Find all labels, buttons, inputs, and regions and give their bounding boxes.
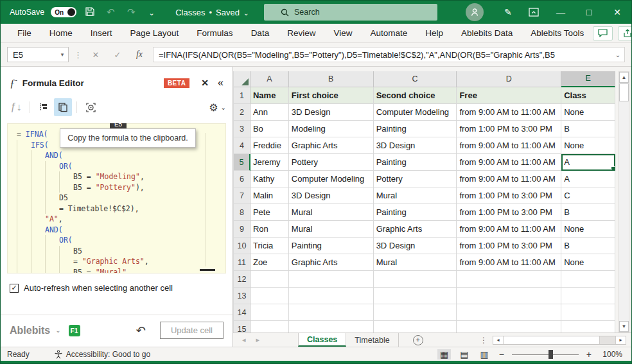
cell-A3[interactable]: Bo: [250, 121, 289, 137]
insert-function-icon[interactable]: fx: [131, 49, 148, 60]
cell-A13[interactable]: [250, 288, 289, 304]
select-all-corner[interactable]: [234, 71, 250, 87]
cell-E4[interactable]: None: [561, 137, 615, 154]
cell-B5[interactable]: Pottery: [289, 154, 374, 171]
editing-pen-icon[interactable]: ✎: [495, 1, 521, 24]
cell-D2[interactable]: from 9:00 AM to 11:00 AM: [457, 104, 561, 121]
ribbon-tab-file[interactable]: File: [8, 24, 40, 43]
zoom-in-icon[interactable]: +: [585, 349, 593, 360]
cell-A9[interactable]: Ron: [250, 221, 289, 238]
cell-C13[interactable]: [374, 288, 457, 304]
cell-E3[interactable]: B: [561, 121, 615, 137]
cell-E6[interactable]: A: [561, 171, 615, 187]
row-header-12[interactable]: 12: [234, 271, 250, 288]
next-sheet-icon[interactable]: ▸: [256, 336, 260, 344]
page-break-view-icon[interactable]: ▥: [477, 349, 491, 360]
formula-input[interactable]: [154, 50, 611, 60]
cell-B1[interactable]: First choice: [289, 87, 374, 104]
row-header-14[interactable]: 14: [234, 304, 250, 321]
ribbon-tab-ablebits-data[interactable]: Ablebits Data: [452, 24, 522, 43]
cell-A4[interactable]: Freddie: [250, 137, 289, 154]
cell-B14[interactable]: [289, 304, 374, 321]
update-cell-button[interactable]: Update cell: [160, 322, 224, 339]
undo-changes-icon[interactable]: ↶: [136, 324, 146, 338]
cell-A6[interactable]: Kathy: [250, 171, 289, 187]
cell-E13[interactable]: [561, 288, 615, 304]
row-header-11[interactable]: 11: [234, 254, 250, 271]
row-header-8[interactable]: 8: [234, 204, 250, 221]
cell-A10[interactable]: Tricia: [250, 238, 289, 254]
chevron-down-icon[interactable]: ⌄: [55, 327, 60, 334]
auto-refresh-checkbox-row[interactable]: ✓ Auto-refresh when selecting another ce…: [10, 283, 224, 293]
close-pane-icon[interactable]: ✕: [201, 78, 209, 88]
name-box[interactable]: ▾: [7, 47, 69, 62]
cell-E7[interactable]: C: [561, 187, 615, 204]
cell-D5[interactable]: from 9:00 AM to 11:00 AM: [457, 154, 561, 171]
sheet-tab-timetable[interactable]: Timetable: [346, 333, 398, 347]
name-box-input[interactable]: [8, 50, 57, 60]
cell-D3[interactable]: from 1:00 PM to 3:00 PM: [457, 121, 561, 137]
cell-C14[interactable]: [374, 304, 457, 321]
sheet-tab-classes[interactable]: Classes: [298, 333, 346, 347]
cell-D7[interactable]: from 1:00 PM to 3:00 PM: [457, 187, 561, 204]
confirm-entry-icon[interactable]: ✓: [109, 50, 126, 60]
cell-C10[interactable]: 3D Design: [374, 238, 457, 254]
ribbon-tab-formulas[interactable]: Formulas: [188, 24, 241, 43]
minimize-button[interactable]: —: [547, 1, 575, 24]
formula-input-field[interactable]: ⌄: [153, 47, 625, 62]
cell-B8[interactable]: Mural: [289, 204, 374, 221]
autosave-toggle[interactable]: On: [51, 7, 76, 17]
cell-C3[interactable]: Painting: [374, 121, 457, 137]
row-header-10[interactable]: 10: [234, 238, 250, 254]
cell-E5[interactable]: A: [561, 154, 615, 171]
cell-D14[interactable]: [457, 304, 561, 321]
cell-B4[interactable]: Graphic Arts: [289, 137, 374, 154]
expand-formula-bar-icon[interactable]: ⌄: [611, 51, 624, 58]
scroll-left-icon[interactable]: ◂: [493, 336, 504, 344]
name-box-dropdown-icon[interactable]: ▾: [57, 51, 68, 58]
ablebits-brand[interactable]: Ablebits: [10, 325, 50, 336]
vertical-scrollbar[interactable]: ▲ ▼: [619, 71, 629, 333]
cell-B2[interactable]: 3D Design: [289, 104, 374, 121]
scroll-down-icon[interactable]: ▼: [619, 321, 629, 332]
cell-A7[interactable]: Malin: [250, 187, 289, 204]
collapse-pane-icon[interactable]: «: [218, 77, 224, 89]
vscroll-thumb[interactable]: [619, 83, 629, 101]
cell-E10[interactable]: B: [561, 238, 615, 254]
column-header-D[interactable]: D: [457, 71, 561, 87]
avatar[interactable]: [466, 3, 484, 21]
checkbox-checked-icon[interactable]: ✓: [10, 284, 19, 293]
close-button[interactable]: ✕: [603, 1, 631, 24]
cell-E15[interactable]: [561, 321, 615, 333]
cell-D6[interactable]: from 9:00 AM to 11:00 AM: [457, 171, 561, 187]
ribbon-tab-insert[interactable]: Insert: [82, 24, 121, 43]
save-icon[interactable]: [83, 6, 97, 19]
cell-D9[interactable]: from 9:00 AM to 11:00 AM: [457, 221, 561, 238]
normal-view-icon[interactable]: ▦: [437, 349, 451, 360]
cell-C8[interactable]: Painting: [374, 204, 457, 221]
row-header-7[interactable]: 7: [234, 187, 250, 204]
cell-E1[interactable]: Class: [561, 87, 615, 104]
maximize-button[interactable]: □: [575, 1, 603, 24]
zoom-level[interactable]: 100%: [599, 350, 622, 359]
zoom-out-icon[interactable]: −: [498, 349, 505, 360]
add-sheet-icon[interactable]: +: [413, 335, 423, 345]
row-header-5[interactable]: 5: [234, 154, 250, 171]
column-header-A[interactable]: A: [250, 71, 289, 87]
cell-B11[interactable]: Graphic Arts: [289, 254, 374, 271]
accessibility-status[interactable]: Accessibility: Good to go: [54, 350, 150, 359]
ribbon-tab-automate[interactable]: Automate: [361, 24, 416, 43]
settings-gear-button[interactable]: ⚙ ⌄: [209, 101, 226, 114]
scroll-right-icon[interactable]: ▸: [615, 336, 626, 344]
column-header-E[interactable]: E: [561, 71, 615, 87]
document-title[interactable]: Classes • Saved ⌄: [175, 8, 249, 17]
cell-C5[interactable]: Painting: [374, 154, 457, 171]
ribbon-tab-ablebits-tools[interactable]: Ablebits Tools: [522, 24, 593, 43]
ribbon-tab-help[interactable]: Help: [416, 24, 452, 43]
cell-E11[interactable]: None: [561, 254, 615, 271]
copy-formula-icon[interactable]: [54, 98, 72, 116]
undo-icon[interactable]: ↶: [103, 6, 118, 18]
row-header-3[interactable]: 3: [234, 121, 250, 137]
cell-D10[interactable]: from 1:00 PM to 3:00 PM: [457, 238, 561, 254]
zoom-slider-thumb[interactable]: [549, 350, 553, 359]
